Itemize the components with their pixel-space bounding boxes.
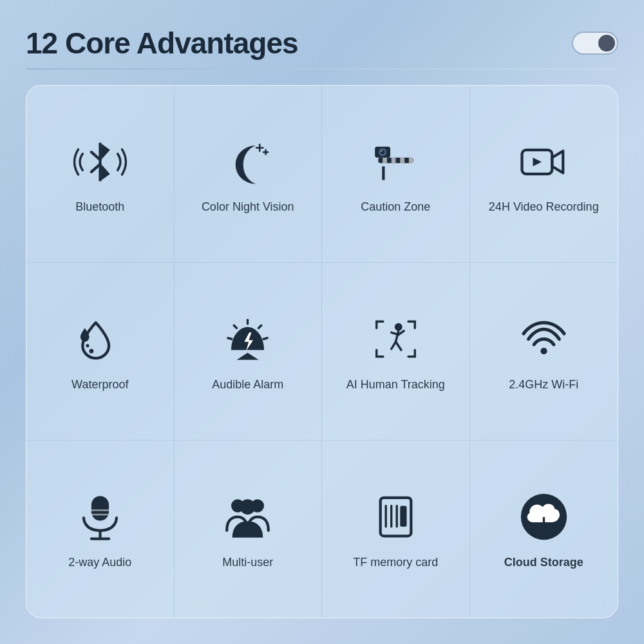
- page-title: 12 Core Advantages: [26, 26, 298, 61]
- multi-user-icon: [219, 488, 277, 546]
- feature-color-night-vision: Color Night Vision: [175, 86, 323, 263]
- waterproof-label: Waterproof: [71, 377, 128, 392]
- moon-icon: [219, 133, 277, 191]
- features-grid-container: Bluetooth Color Night Vision: [26, 85, 618, 618]
- ai-tracking-label: AI Human Tracking: [346, 377, 445, 392]
- svg-marker-1: [100, 164, 109, 181]
- wifi-icon: [515, 310, 573, 368]
- feature-audible-alarm: Audible Alarm: [175, 263, 323, 440]
- svg-line-31: [391, 342, 395, 349]
- cloud-icon: [515, 488, 573, 546]
- features-grid: Bluetooth Color Night Vision: [26, 86, 618, 618]
- 24h-video-label: 24H Video Recording: [489, 200, 599, 214]
- bluetooth-label: Bluetooth: [75, 200, 124, 214]
- svg-marker-20: [533, 158, 542, 167]
- water-drop-icon: [71, 310, 129, 368]
- microphone-icon: [71, 488, 129, 546]
- feature-audio: 2-way Audio: [26, 440, 175, 618]
- video-camera-icon: [515, 133, 573, 191]
- feature-waterproof: Waterproof: [26, 263, 175, 440]
- svg-line-28: [263, 338, 267, 339]
- feature-multi-user: Multi-user: [175, 440, 323, 618]
- feature-bluetooth: Bluetooth: [26, 86, 175, 263]
- svg-point-21: [89, 349, 93, 354]
- sdcard-icon: [366, 488, 424, 546]
- svg-rect-10: [383, 158, 387, 164]
- bluetooth-icon: [71, 133, 129, 191]
- caution-zone-label: Caution Zone: [361, 200, 430, 214]
- color-night-vision-label: Color Night Vision: [202, 200, 294, 214]
- svg-rect-14: [382, 166, 384, 180]
- svg-rect-36: [91, 496, 109, 520]
- toggle-knob: [598, 35, 615, 52]
- svg-rect-12: [400, 158, 404, 164]
- svg-rect-48: [400, 506, 406, 527]
- svg-point-29: [395, 323, 402, 331]
- feature-tf-card: TF memory card: [322, 440, 470, 618]
- alarm-icon: [219, 310, 277, 368]
- svg-marker-0: [100, 143, 109, 160]
- tracking-icon: [366, 310, 424, 368]
- tf-card-label: TF memory card: [353, 555, 438, 570]
- feature-caution-zone: Caution Zone: [322, 86, 470, 263]
- multi-user-label: Multi-user: [222, 555, 273, 570]
- page-header: 12 Core Advantages: [26, 26, 618, 61]
- svg-line-30: [395, 331, 398, 342]
- svg-rect-13: [409, 158, 414, 164]
- svg-point-43: [240, 499, 256, 515]
- svg-rect-11: [391, 158, 395, 164]
- cloud-storage-label: Cloud Storage: [504, 555, 583, 570]
- svg-point-18: [381, 150, 383, 152]
- toggle-switch[interactable]: [572, 32, 618, 55]
- svg-line-25: [234, 326, 237, 328]
- svg-line-27: [228, 338, 232, 339]
- svg-point-22: [86, 344, 89, 347]
- wifi-label: 2.4GHz Wi-Fi: [509, 377, 578, 392]
- svg-line-32: [395, 342, 401, 350]
- feature-24h-video: 24H Video Recording: [470, 86, 618, 263]
- feature-cloud-storage: Cloud Storage: [470, 440, 618, 618]
- feature-wifi: 2.4GHz Wi-Fi: [470, 263, 618, 440]
- divider: [26, 68, 618, 70]
- svg-point-35: [540, 348, 547, 354]
- caution-icon: [366, 133, 424, 191]
- svg-line-26: [259, 326, 261, 328]
- audible-alarm-label: Audible Alarm: [212, 377, 283, 392]
- feature-ai-tracking: AI Human Tracking: [322, 263, 470, 440]
- audio-label: 2-way Audio: [68, 555, 131, 570]
